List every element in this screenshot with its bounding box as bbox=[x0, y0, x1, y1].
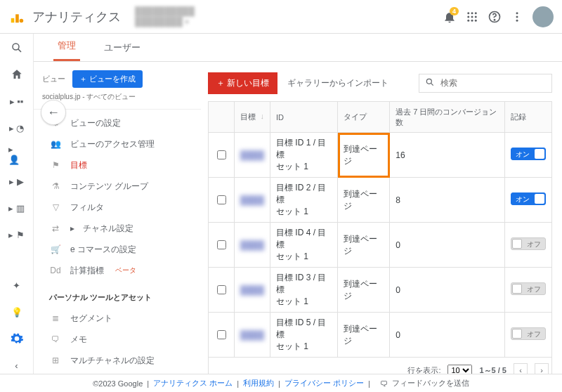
col-goal-name[interactable]: 目標 ↓ bbox=[235, 102, 270, 133]
conversions-icon[interactable]: ▸ ⚑ bbox=[8, 226, 25, 243]
goal-conversions-cell: 0 bbox=[390, 313, 505, 358]
svg-rect-0 bbox=[11, 18, 15, 22]
help-icon[interactable] bbox=[483, 6, 506, 28]
goal-name-blurred[interactable]: ████ bbox=[240, 285, 264, 295]
goal-name-blurred[interactable]: ████ bbox=[240, 195, 264, 205]
svg-line-18 bbox=[18, 49, 20, 52]
search-icon[interactable] bbox=[8, 39, 25, 56]
admin-nav-item[interactable]: Dd計算指標ベータ bbox=[49, 260, 201, 281]
notification-badge: 4 bbox=[450, 7, 459, 15]
pager-next-button[interactable]: › bbox=[535, 363, 549, 374]
realtime-icon[interactable]: ▸ ◔ bbox=[8, 119, 25, 136]
nav-item-icon: 👥 bbox=[49, 139, 62, 149]
notifications-icon[interactable]: 4 bbox=[438, 6, 461, 28]
tab-admin[interactable]: 管理 bbox=[53, 32, 80, 61]
goal-conversions-cell: 16 bbox=[390, 133, 505, 178]
discover-icon[interactable]: 💡 bbox=[8, 303, 25, 320]
col-conversions[interactable]: 過去 7 日間のコンバージョン数 bbox=[390, 102, 505, 133]
customization-icon[interactable]: ▸ ▪▪ bbox=[8, 93, 25, 110]
recording-toggle[interactable]: オフ bbox=[511, 327, 546, 340]
admin-nav-item[interactable]: ≣セグメント bbox=[49, 308, 201, 329]
nav-item-icon: ⚑ bbox=[49, 160, 62, 170]
svg-point-10 bbox=[471, 19, 473, 21]
goal-conversions-cell: 8 bbox=[390, 178, 505, 223]
footer-feedback-link[interactable]: フィードバックを送信 bbox=[392, 378, 469, 388]
collapse-rail-icon[interactable]: ‹ bbox=[8, 357, 25, 374]
row-checkbox[interactable] bbox=[217, 330, 226, 339]
tab-user[interactable]: ユーザー bbox=[100, 34, 145, 61]
admin-nav-item[interactable]: ⚑目標 bbox=[49, 155, 201, 176]
admin-nav-item[interactable]: ⚗コンテンツ グループ bbox=[49, 176, 201, 197]
svg-point-14 bbox=[516, 12, 518, 14]
svg-point-5 bbox=[475, 12, 477, 14]
goal-id-cell: 目標 ID 2 / 目標セット 1 bbox=[270, 178, 338, 223]
acquisition-icon[interactable]: ▸ ▶ bbox=[8, 173, 25, 190]
create-view-button[interactable]: ＋ ビューを作成 bbox=[72, 70, 143, 88]
goal-name-blurred[interactable]: ████ bbox=[240, 150, 264, 160]
recording-toggle[interactable]: オフ bbox=[511, 237, 546, 250]
goal-type-cell: 到達ページ bbox=[338, 133, 390, 178]
goals-panel: ＋ 新しい目標 ギャラリーからインポート 目標 ↓ ID bbox=[201, 62, 562, 374]
admin-nav-item[interactable]: ⊞マルチチャネルの設定 bbox=[49, 350, 201, 371]
behavior-icon[interactable]: ▸ ▥ bbox=[8, 200, 25, 216]
svg-point-13 bbox=[494, 19, 495, 20]
svg-point-15 bbox=[516, 15, 518, 18]
new-goal-button[interactable]: ＋ 新しい目標 bbox=[208, 72, 277, 94]
nav-item-icon: 🛒 bbox=[49, 244, 62, 254]
recording-toggle[interactable]: オフ bbox=[511, 282, 546, 295]
home-icon[interactable] bbox=[8, 66, 25, 83]
admin-nav-item[interactable]: 🗨メモ bbox=[49, 329, 201, 350]
row-checkbox[interactable] bbox=[217, 195, 226, 204]
svg-line-20 bbox=[431, 83, 433, 85]
nav-item-label: フィルタ bbox=[70, 202, 104, 214]
more-vert-icon[interactable] bbox=[506, 6, 528, 28]
account-avatar[interactable] bbox=[532, 6, 554, 27]
recording-toggle[interactable]: オン bbox=[511, 192, 546, 205]
beta-tag: ベータ bbox=[115, 266, 136, 275]
svg-point-8 bbox=[475, 15, 477, 18]
admin-nav-item[interactable]: ⇄▸チャネル設定 bbox=[49, 218, 201, 239]
admin-nav-item[interactable]: ⚙ビューの設定 bbox=[49, 112, 201, 133]
footer-link-home[interactable]: アナリティクス ホーム bbox=[153, 378, 233, 388]
col-goal-id[interactable]: ID bbox=[270, 102, 338, 133]
admin-subtabs: 管理 ユーザー bbox=[34, 34, 562, 62]
col-goal-type[interactable]: タイプ bbox=[338, 102, 390, 133]
nav-item-icon: ≣ bbox=[49, 313, 62, 323]
recording-toggle[interactable]: オン bbox=[511, 148, 546, 160]
admin-gear-icon[interactable] bbox=[8, 330, 25, 347]
goal-search[interactable] bbox=[419, 74, 552, 93]
back-button[interactable]: ← bbox=[41, 100, 66, 125]
apps-grid-icon[interactable] bbox=[461, 6, 483, 28]
row-checkbox[interactable] bbox=[217, 240, 226, 249]
admin-nav-item[interactable]: ▽フィルタ bbox=[49, 197, 201, 218]
goal-search-input[interactable] bbox=[439, 77, 546, 89]
footer-link-privacy[interactable]: プライバシー ポリシー bbox=[285, 378, 364, 388]
admin-nav-item[interactable]: 👥ビューのアクセス管理 bbox=[49, 133, 201, 155]
rows-per-page-select[interactable]: 10 bbox=[447, 365, 472, 374]
svg-point-7 bbox=[471, 15, 473, 18]
nav-item-label: 目標 bbox=[70, 159, 87, 171]
nav-item-icon: ⇄ bbox=[49, 223, 62, 233]
nav-item-label: コンテンツ グループ bbox=[70, 181, 148, 192]
attribution-icon[interactable]: ✦ bbox=[8, 277, 25, 294]
row-checkbox[interactable] bbox=[217, 150, 226, 159]
svg-point-16 bbox=[516, 19, 518, 21]
goal-name-blurred[interactable]: ████ bbox=[240, 240, 264, 250]
svg-point-19 bbox=[426, 79, 431, 84]
row-checkbox[interactable] bbox=[217, 285, 226, 294]
footer-link-terms[interactable]: 利用規約 bbox=[243, 378, 274, 388]
nav-item-label: セグメント bbox=[70, 313, 112, 325]
svg-point-4 bbox=[471, 12, 473, 14]
audience-icon[interactable]: ▸ 👤 bbox=[8, 146, 25, 163]
admin-nav-item[interactable]: 🛒e コマースの設定 bbox=[49, 239, 201, 260]
goal-type-cell: 到達ページ bbox=[338, 268, 390, 313]
nav-item-icon: 🗨 bbox=[49, 334, 62, 344]
import-from-gallery-link[interactable]: ギャラリーからインポート bbox=[287, 77, 388, 89]
pager-prev-button[interactable]: ‹ bbox=[514, 363, 528, 374]
col-recording[interactable]: 記録 bbox=[504, 102, 551, 133]
table-pager: 行を表示: 10 1～5 / 5 ‹ › bbox=[208, 358, 552, 374]
rows-per-page-label: 行を表示: bbox=[407, 365, 440, 374]
goal-name-blurred[interactable]: ████ bbox=[240, 330, 264, 340]
goal-id-cell: 目標 ID 3 / 目標セット 1 bbox=[270, 268, 338, 313]
nav-item-label: ビューのアクセス管理 bbox=[70, 138, 155, 150]
